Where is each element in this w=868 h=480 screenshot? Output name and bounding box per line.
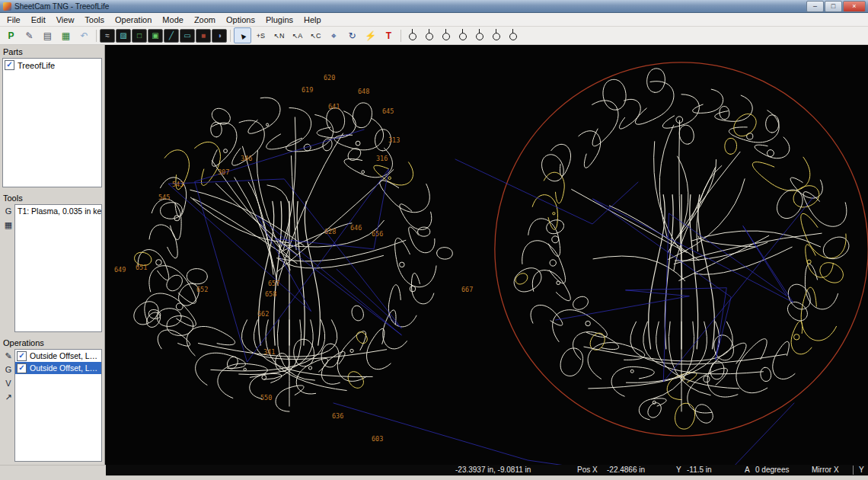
operations-strip: ✎GV↗	[2, 349, 14, 462]
operation-item-label: Outside Offset, La...	[30, 363, 100, 373]
show-graph-icon: ▨	[120, 31, 126, 40]
app-icon	[3, 2, 11, 11]
print-button[interactable]: ▤	[39, 27, 56, 43]
show-parts-toggle[interactable]: □	[132, 29, 147, 43]
show-parts-icon: □	[137, 31, 142, 40]
titlebar: SheetCam TNG - TreeofLife – □ ×	[0, 0, 868, 13]
show-graph-toggle[interactable]: ▨	[116, 29, 131, 43]
gcode-icon[interactable]: G	[5, 366, 12, 374]
verify-icon[interactable]: V	[5, 379, 11, 388]
menu-tools[interactable]: Tools	[79, 14, 110, 25]
undo-icon: ↶	[80, 30, 88, 41]
path-number-label: 313	[388, 136, 400, 144]
edit-operation-icon[interactable]: ✎	[5, 352, 11, 360]
window-controls: – □ ×	[806, 1, 866, 12]
drill-tool-button-2[interactable]	[421, 28, 437, 43]
path-number-label: 550	[260, 394, 272, 402]
menu-options[interactable]: Options	[221, 14, 260, 25]
left-panel: Parts ✓TreeofLife Tools G▦ T1: Plasma, 0…	[0, 45, 105, 465]
menu-zoom[interactable]: Zoom	[189, 14, 221, 25]
snap-start-button[interactable]: +S	[252, 27, 270, 43]
path-number-label: 651	[136, 264, 147, 271]
menu-plugins[interactable]: Plugins	[260, 14, 298, 25]
operation-item[interactable]: ✓Outside Offset, La...	[15, 362, 101, 374]
show-rapids-toggle[interactable]: ╱	[164, 29, 179, 43]
status-left-filler	[0, 465, 106, 476]
angle-label: A	[745, 466, 750, 474]
show-material-icon: ≈	[105, 31, 110, 40]
minimize-button[interactable]: –	[806, 1, 824, 12]
edit-part-icon: ✎	[25, 30, 33, 41]
edit-part-button[interactable]: ✎	[21, 27, 38, 43]
tool-item[interactable]: T1: Plasma, 0.035 in kerf	[15, 205, 101, 217]
maximize-button[interactable]: □	[825, 1, 842, 12]
post-process-button[interactable]: P	[2, 27, 20, 43]
path-number-label: 656	[372, 230, 383, 238]
path-number-label: 662	[257, 310, 269, 318]
drill-tool-button-6[interactable]	[488, 28, 504, 43]
run-post-icon[interactable]: ↗	[5, 393, 11, 402]
menu-view[interactable]: View	[51, 14, 80, 25]
tool-table-icon[interactable]: ▦	[5, 221, 12, 229]
path-number-label: 636	[332, 412, 343, 420]
path-number-label: 346	[241, 155, 252, 162]
toolpath-view: 6206196416486453133163463075435456466286…	[105, 45, 868, 465]
nesting-icon: ▦	[62, 30, 70, 41]
checkbox-checked[interactable]: ✓	[5, 60, 14, 70]
add-text-icon: T	[386, 30, 391, 41]
drill-tool-button-7[interactable]	[505, 28, 521, 43]
drill-tool-button-3[interactable]	[438, 28, 454, 43]
undo-button[interactable]: ↶	[75, 27, 93, 43]
checkbox-checked[interactable]: ✓	[17, 363, 27, 373]
menu-file[interactable]: File	[2, 14, 26, 25]
pos-x-label: Pos X	[577, 466, 598, 474]
pos-y-value: -11.5 in	[687, 466, 712, 474]
move-origin-button[interactable]: ⌖	[325, 27, 343, 43]
pos-y-label: Y	[676, 466, 681, 474]
snap-angle-button[interactable]: ↖A	[289, 27, 306, 43]
drill-tool-button-4[interactable]	[455, 28, 471, 43]
path-number-label: 545	[158, 194, 170, 201]
checkbox-checked[interactable]: ✓	[17, 351, 27, 361]
path-number-label: 341	[263, 348, 275, 356]
operation-item[interactable]: ✓Outside Offset, La...	[15, 350, 101, 362]
select-cursor-icon: ▲	[236, 29, 248, 41]
path-number-label: 667	[461, 286, 473, 293]
show-cut-direction-toggle[interactable]: ■	[196, 29, 211, 43]
menu-operation[interactable]: Operation	[110, 14, 157, 25]
select-cursor-button[interactable]: ▲	[234, 27, 251, 43]
menu-mode[interactable]: Mode	[157, 14, 189, 25]
close-button[interactable]: ×	[843, 1, 866, 12]
drill-tool-button-5[interactable]	[471, 28, 487, 43]
path-number-label: 543	[172, 181, 183, 188]
measure-button[interactable]: ⚡	[362, 27, 379, 43]
snap-center-button[interactable]: ↖C	[307, 27, 324, 43]
simulation-toggle[interactable]: ◑	[212, 29, 227, 43]
part-item[interactable]: ✓TreeofLife	[3, 59, 101, 72]
angle-value: 0 degrees	[755, 466, 789, 474]
show-plate-icon: ▭	[183, 31, 190, 40]
show-toolpaths-icon: ▣	[152, 31, 158, 40]
part-item-label: TreeofLife	[18, 61, 55, 70]
gcode-icon[interactable]: G	[5, 207, 12, 216]
show-plate-toggle[interactable]: ▭	[180, 29, 195, 43]
toolbar: P✎▤▦↶≈▨□▣╱▭■◑▲+S↖N↖A↖C⌖↻⚡T	[0, 27, 868, 45]
drawing-canvas[interactable]: 6206196416486453133163463075435456466286…	[105, 45, 868, 465]
drill-tool-button-1[interactable]	[404, 28, 420, 43]
snap-center-icon: ↖C	[310, 32, 321, 40]
snap-nearest-button[interactable]: ↖N	[270, 27, 288, 43]
add-text-button[interactable]: T	[380, 27, 397, 43]
simulation-icon: ◑	[217, 31, 222, 40]
path-number-label: 628	[324, 228, 336, 235]
mirror-status: Mirror X	[812, 466, 839, 474]
menu-edit[interactable]: Edit	[26, 14, 51, 25]
nesting-button[interactable]: ▦	[57, 27, 75, 43]
drill-circle-icon	[509, 33, 517, 40]
menu-help[interactable]: Help	[298, 14, 327, 25]
path-number-label: 657	[268, 280, 279, 287]
show-material-toggle[interactable]: ≈	[100, 29, 115, 43]
pos-x-value: -22.4866 in	[607, 466, 645, 474]
show-rapids-icon: ╱	[169, 31, 174, 40]
rotate-part-button[interactable]: ↻	[343, 27, 361, 43]
show-toolpaths-toggle[interactable]: ▣	[148, 29, 163, 43]
